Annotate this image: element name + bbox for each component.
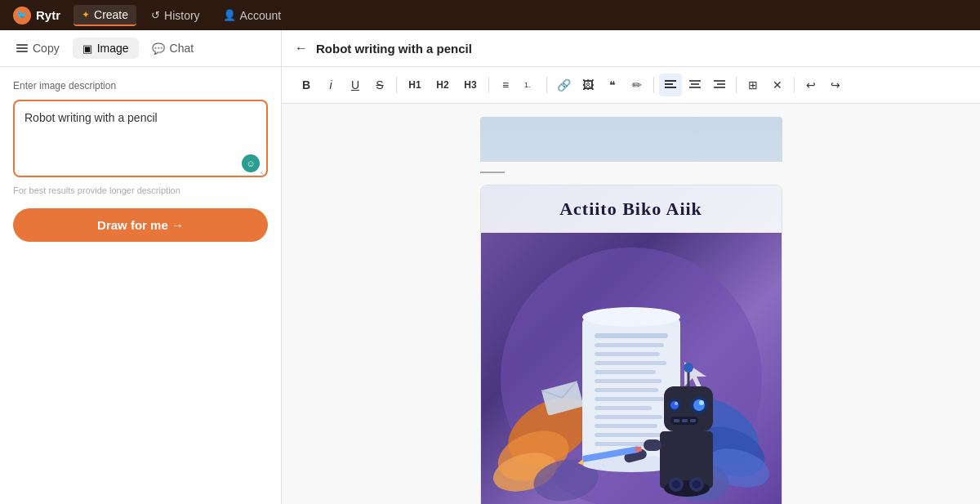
- image-description-input[interactable]: [13, 100, 268, 177]
- create-star-icon: ✦: [82, 9, 90, 20]
- svg-rect-28: [595, 379, 662, 383]
- svg-point-21: [582, 307, 680, 327]
- svg-text:1.: 1.: [524, 81, 531, 89]
- toolbar-separator-5: [736, 77, 737, 93]
- emoji-button[interactable]: ☺: [242, 154, 260, 172]
- bold-button[interactable]: B: [295, 74, 318, 96]
- hint-text: For best results provide longer descript…: [13, 185, 268, 195]
- italic-button[interactable]: i: [319, 74, 342, 96]
- logo-icon: 🐦: [13, 7, 31, 25]
- main-editor: ← Robot writing with a pencil B i U S H1…: [282, 30, 980, 504]
- svg-rect-3: [665, 87, 676, 88]
- svg-rect-37: [660, 431, 713, 488]
- svg-rect-8: [717, 83, 725, 85]
- redo-button[interactable]: ↪: [824, 74, 847, 96]
- svg-rect-31: [595, 406, 652, 410]
- history-icon: ↺: [151, 9, 160, 21]
- link-button[interactable]: 🔗: [552, 74, 575, 96]
- align-center-button[interactable]: [684, 74, 706, 96]
- table-button[interactable]: ⊞: [742, 74, 764, 96]
- draw-button-label: Draw for me →: [97, 218, 184, 232]
- svg-rect-29: [595, 388, 658, 392]
- image-insert-button[interactable]: 🖼: [577, 74, 599, 96]
- logo[interactable]: 🐦 Rytr: [13, 7, 60, 25]
- svg-rect-38: [644, 439, 662, 451]
- h3-button[interactable]: H3: [457, 74, 483, 96]
- svg-rect-34: [595, 433, 666, 437]
- toolbar-separator-3: [546, 77, 547, 93]
- sidebar-tabs: Copy ▣ Image 💬 Chat: [0, 30, 281, 67]
- nav-account-label: Account: [240, 9, 282, 22]
- format-toolbar: B i U S H1 H2 H3 ≡ 1. 🔗 🖼 ❝ ✏: [282, 67, 980, 104]
- svg-point-49: [699, 400, 704, 405]
- editor-header: ← Robot writing with a pencil: [282, 30, 980, 67]
- tab-image[interactable]: ▣ Image: [73, 38, 139, 59]
- toolbar-separator-2: [488, 77, 489, 93]
- copy-icon: [16, 44, 28, 52]
- article-card-header: Actiito Biko Aiik: [481, 185, 782, 233]
- tab-copy[interactable]: Copy: [7, 38, 69, 59]
- back-button[interactable]: ←: [295, 41, 308, 56]
- underline-button[interactable]: U: [344, 74, 367, 96]
- draw-button[interactable]: Draw for me →: [13, 208, 268, 242]
- svg-rect-7: [714, 80, 725, 82]
- svg-rect-2: [665, 83, 673, 85]
- nav-item-history[interactable]: ↺ History: [143, 6, 208, 25]
- top-nav: 🐦 Rytr ✦ Create ↺ History 👤 Account: [0, 0, 980, 30]
- h1-button[interactable]: H1: [402, 74, 428, 96]
- account-icon: 👤: [223, 9, 236, 21]
- align-right-button[interactable]: [708, 74, 731, 96]
- nav-history-label: History: [164, 9, 200, 22]
- editor-content[interactable]: Actiito Biko Aiik: [282, 104, 980, 504]
- svg-point-46: [675, 402, 678, 405]
- bullet-list-button[interactable]: ≡: [494, 74, 517, 96]
- highlight-button[interactable]: ✏: [626, 74, 648, 96]
- toolbar-separator-6: [794, 77, 795, 93]
- svg-rect-55: [690, 419, 696, 422]
- svg-rect-4: [689, 80, 701, 82]
- align-left-icon: [665, 80, 676, 90]
- input-label: Enter image description: [13, 80, 268, 91]
- tab-chat[interactable]: 💬 Chat: [142, 38, 204, 59]
- tab-image-label: Image: [97, 42, 129, 55]
- svg-rect-33: [595, 424, 657, 428]
- editor-title: Robot writing with a pencil: [316, 42, 472, 56]
- svg-rect-54: [682, 419, 688, 422]
- svg-point-51: [684, 363, 693, 372]
- h2-button[interactable]: H2: [430, 74, 456, 96]
- svg-rect-9: [714, 87, 725, 88]
- align-center-icon: [689, 80, 701, 90]
- section-divider: [480, 172, 505, 173]
- svg-point-59: [672, 480, 680, 488]
- svg-rect-26: [595, 361, 666, 365]
- chat-tab-icon: 💬: [152, 42, 165, 55]
- toolbar-separator-1: [396, 77, 397, 93]
- svg-rect-32: [595, 415, 662, 419]
- svg-rect-27: [595, 370, 656, 374]
- input-wrapper: ☺ ⤡: [13, 100, 268, 181]
- align-left-button[interactable]: [659, 74, 682, 96]
- undo-button[interactable]: ↩: [800, 74, 822, 96]
- svg-rect-30: [595, 397, 664, 401]
- svg-point-60: [693, 480, 701, 488]
- robot-illustration: [481, 233, 782, 504]
- svg-rect-53: [674, 419, 679, 422]
- ordered-list-icon: 1.: [524, 79, 536, 91]
- svg-rect-6: [689, 87, 701, 88]
- svg-rect-25: [595, 352, 660, 356]
- svg-rect-23: [595, 333, 668, 338]
- svg-point-45: [670, 401, 679, 409]
- ordered-list-button[interactable]: 1.: [519, 74, 541, 96]
- resize-handle-icon: ⤡: [260, 170, 266, 178]
- strikethrough-button[interactable]: S: [368, 74, 391, 96]
- logo-text: Rytr: [36, 8, 60, 22]
- clear-format-button[interactable]: ✕: [766, 74, 789, 96]
- robot-scene-svg: [484, 235, 778, 505]
- nav-item-create[interactable]: ✦ Create: [74, 5, 136, 26]
- toolbar-separator-4: [653, 77, 654, 93]
- sidebar-content: Enter image description ☺ ⤡ For best res…: [0, 67, 281, 255]
- nav-item-account[interactable]: 👤 Account: [215, 6, 290, 25]
- svg-rect-1: [665, 80, 676, 82]
- quote-button[interactable]: ❝: [601, 74, 624, 96]
- tab-copy-label: Copy: [33, 42, 60, 55]
